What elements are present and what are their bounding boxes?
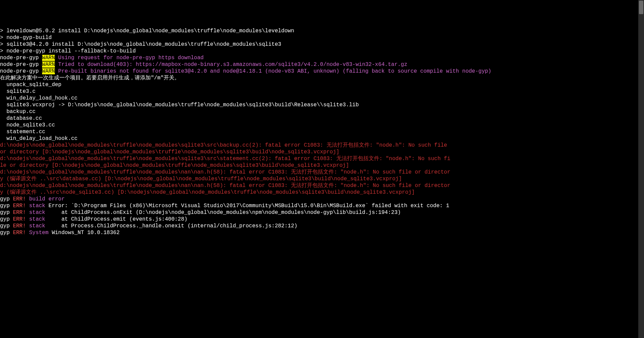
terminal-segment: y (编译源文件 ..\src\database.cc) [D:\nodejs\…: [0, 176, 402, 182]
terminal-line: d:\nodejs\node_global\node_modules\truff…: [0, 155, 638, 162]
terminal-segment: build error: [29, 196, 65, 202]
terminal-segment: y (编译源文件 ..\src\node_sqlite3.cc) [D:\nod…: [0, 189, 415, 195]
terminal-segment: WARN: [42, 55, 55, 61]
terminal-output[interactable]: > leveldown@5.0.2 install D:\nodejs\node…: [0, 28, 638, 236]
terminal-line: y (编译源文件 ..\src\node_sqlite3.cc) [D:\nod…: [0, 189, 638, 196]
terminal-segment: d:\nodejs\node_global\node_modules\truff…: [0, 169, 450, 175]
terminal-segment: stack: [29, 216, 48, 222]
terminal-line: node_sqlite3.cc: [0, 122, 638, 128]
scrollbar-thumb[interactable]: [639, 1, 643, 14]
terminal-segment: Error: `D:\Program Files (x86)\Microsoft…: [48, 203, 449, 209]
terminal-line: gyp ERR! stack Error: `D:\Program Files …: [0, 202, 638, 209]
terminal-line: node-pre-gyp WARN Using request for node…: [0, 54, 638, 61]
terminal-segment: > node-gyp-build: [0, 35, 52, 41]
terminal-segment: ERR!: [13, 216, 29, 222]
terminal-segment: gyp: [0, 203, 13, 209]
terminal-line: win_delay_load_hook.cc: [0, 95, 638, 102]
terminal-segment: node-pre-gyp: [0, 62, 42, 68]
terminal-segment: System: [29, 230, 52, 236]
terminal-line: node-pre-gyp WARN Pre-built binaries not…: [0, 68, 638, 75]
terminal-line: > sqlite3@4.2.0 install D:\nodejs\node_g…: [0, 41, 638, 48]
terminal-line: sqlite3.vcxproj -> D:\nodejs\node_global…: [0, 102, 638, 108]
terminal-segment: WARN: [42, 68, 55, 74]
terminal-line: unpack_sqlite_dep: [0, 81, 638, 88]
terminal-line: le or directory [D:\nodejs\node_global\n…: [0, 162, 638, 169]
terminal-line: gyp ERR! build error: [0, 196, 638, 202]
terminal-segment: > node-pre-gyp install --fallback-to-bui…: [0, 48, 136, 54]
terminal-segment: Pre-built binaries not found for sqlite3…: [55, 68, 491, 74]
terminal-line: sqlite3.c: [0, 88, 638, 95]
terminal-line: or directory [D:\nodejs\node_global\node…: [0, 149, 638, 155]
terminal-segment: statement.cc: [0, 129, 45, 135]
terminal-line: gyp ERR! stack at ChildProcess.onExit (D…: [0, 209, 638, 216]
terminal-line: d:\nodejs\node_global\node_modules\truff…: [0, 169, 638, 176]
terminal-segment: stack: [29, 210, 48, 216]
terminal-segment: ERR!: [13, 203, 29, 209]
terminal-segment: at ChildProcess.onExit (D:\nodejs\node_g…: [48, 210, 401, 216]
terminal-line: win_delay_load_hook.cc: [0, 135, 638, 142]
terminal-segment: sqlite3.vcxproj -> D:\nodejs\node_global…: [0, 102, 359, 108]
terminal-segment: at ChildProcess.emit (events.js:400:28): [48, 216, 188, 222]
terminal-line: > node-gyp-build: [0, 34, 638, 41]
terminal-segment: win_delay_load_hook.cc: [0, 95, 77, 101]
terminal-line: y (编译源文件 ..\src\database.cc) [D:\nodejs\…: [0, 176, 638, 182]
terminal-segment: d:\nodejs\node_global\node_modules\truff…: [0, 183, 450, 189]
terminal-line: d:\nodejs\node_global\node_modules\truff…: [0, 182, 638, 189]
terminal-segment: Tried to download(403): https://mapbox-n…: [55, 62, 407, 68]
terminal-line: gyp ERR! stack at Process.ChildProcess._…: [0, 223, 638, 229]
terminal-segment: d:\nodejs\node_global\node_modules\truff…: [0, 156, 450, 162]
terminal-segment: unpack_sqlite_dep: [0, 82, 61, 88]
terminal-segment: gyp: [0, 223, 13, 229]
terminal-segment: ERR!: [13, 230, 29, 236]
terminal-segment: gyp: [0, 216, 13, 222]
terminal-line: > leveldown@5.0.2 install D:\nodejs\node…: [0, 28, 638, 34]
terminal-segment: node_sqlite3.cc: [0, 122, 55, 128]
terminal-segment: ERR!: [13, 223, 29, 229]
terminal-line: d:\nodejs\node_global\node_modules\truff…: [0, 142, 638, 149]
terminal-segment: > sqlite3@4.2.0 install D:\nodejs\node_g…: [0, 41, 281, 47]
terminal-segment: > leveldown@5.0.2 install D:\nodejs\node…: [0, 28, 294, 34]
terminal-segment: or directory [D:\nodejs\node_global\node…: [0, 149, 339, 155]
terminal-segment: ERR!: [13, 210, 29, 216]
terminal-segment: gyp: [0, 196, 13, 202]
terminal-segment: backup.cc: [0, 109, 36, 115]
terminal-line: database.cc: [0, 115, 638, 122]
terminal-segment: win_delay_load_hook.cc: [0, 136, 77, 142]
terminal-segment: at Process.ChildProcess._handle.onexit (…: [48, 223, 297, 229]
terminal-segment: node-pre-gyp: [0, 55, 42, 61]
terminal-segment: 在此解决方案中一次生成一个项目。若要启用并行生成，请添加"/m"开关。: [0, 75, 180, 81]
terminal-line: backup.cc: [0, 108, 638, 115]
terminal-segment: node-pre-gyp: [0, 68, 42, 74]
terminal-line: statement.cc: [0, 128, 638, 135]
terminal-line: > node-pre-gyp install --fallback-to-bui…: [0, 48, 638, 54]
terminal-segment: sqlite3.c: [0, 88, 36, 95]
terminal-segment: WARN: [42, 62, 55, 68]
scrollbar-track[interactable]: [638, 0, 644, 284]
terminal-line: gyp ERR! System Windows_NT 10.0.18362: [0, 229, 638, 236]
terminal-line: node-pre-gyp WARN Tried to download(403)…: [0, 61, 638, 68]
terminal-segment: stack: [29, 223, 48, 229]
terminal-segment: gyp: [0, 230, 13, 236]
terminal-segment: gyp: [0, 210, 13, 216]
terminal-segment: database.cc: [0, 115, 42, 121]
terminal-segment: d:\nodejs\node_global\node_modules\truff…: [0, 142, 447, 148]
terminal-segment: stack: [29, 203, 48, 209]
terminal-line: 在此解决方案中一次生成一个项目。若要启用并行生成，请添加"/m"开关。: [0, 75, 638, 81]
terminal-line: gyp ERR! stack at ChildProcess.emit (eve…: [0, 216, 638, 223]
terminal-segment: Using request for node-pre-gyp https dow…: [55, 55, 204, 61]
terminal-segment: ERR!: [13, 196, 29, 202]
terminal-segment: Windows_NT 10.0.18362: [52, 230, 120, 236]
terminal-segment: le or directory [D:\nodejs\node_global\n…: [0, 162, 349, 168]
